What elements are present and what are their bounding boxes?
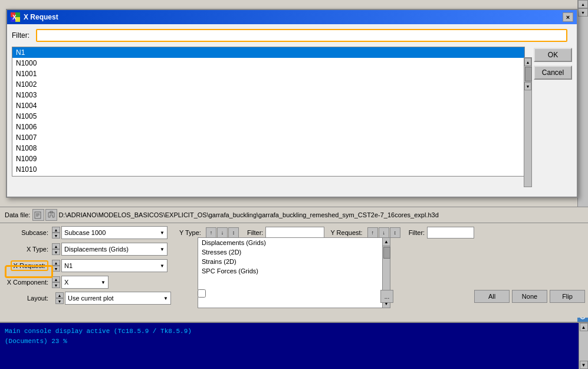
yrequest-label: Y Request: bbox=[330, 229, 362, 236]
svg-text:X: X bbox=[12, 14, 17, 21]
xcomponent-value: X bbox=[64, 279, 68, 286]
xtype-dropdown-arrow: ▼ bbox=[160, 247, 165, 252]
console-scroll-down[interactable]: ▼ bbox=[580, 361, 588, 369]
dialog-close-button[interactable]: × bbox=[563, 12, 573, 22]
all-button[interactable]: All bbox=[474, 290, 510, 303]
layout-dropdown[interactable]: Use current plot ▼ bbox=[65, 292, 171, 305]
ytype-sort-za[interactable]: ↓ bbox=[217, 227, 228, 238]
xcomponent-spin-down[interactable]: ▼ bbox=[52, 282, 60, 288]
dialog-list-scrollbar[interactable]: ▲ ▼ bbox=[524, 57, 532, 187]
yrequest-sort-za[interactable]: ↓ bbox=[379, 227, 389, 238]
xtype-spinner[interactable]: ▲ ▼ bbox=[52, 243, 60, 255]
console-scroll-up[interactable]: ▲ bbox=[580, 323, 588, 331]
xrequest-spin-up[interactable]: ▲ bbox=[52, 260, 60, 266]
console-scrollbar[interactable]: ▲ ▼ bbox=[579, 323, 588, 369]
dialog-list-item-11[interactable]: N1010 bbox=[12, 164, 524, 175]
y-list-item-0[interactable]: Displacements (Grids) bbox=[198, 238, 383, 247]
xrequest-value: N1 bbox=[64, 262, 73, 269]
xtype-value: Displacements (Grids) bbox=[64, 246, 129, 253]
console-line1: Main console display active (Tc18.5.9 / … bbox=[5, 326, 583, 337]
ytype-label: Y Type: bbox=[179, 229, 201, 236]
yrequest-filter-input[interactable] bbox=[427, 227, 474, 239]
dialog-list-item-2[interactable]: N1001 bbox=[12, 68, 524, 79]
dialog-filter-row: Filter: bbox=[12, 29, 572, 42]
dialog-scroll-thumb[interactable] bbox=[525, 67, 532, 81]
checkbox-input[interactable] bbox=[198, 289, 206, 298]
layout-value: Use current plot bbox=[68, 295, 114, 302]
data-file-label: Data file: bbox=[5, 211, 30, 218]
dialog-title-left: X X Request bbox=[11, 12, 58, 22]
xrequest-dropdown[interactable]: N1 ▼ bbox=[61, 259, 167, 272]
xrequest-spin-down[interactable]: ▼ bbox=[52, 266, 60, 272]
yrequest-toolbar: ↑ ↓ ↕ bbox=[367, 227, 400, 238]
xrequest-label-text: X Request: bbox=[11, 260, 48, 271]
xcomponent-label: X Component: bbox=[5, 279, 52, 286]
xcomponent-spinner[interactable]: ▲ ▼ bbox=[52, 276, 60, 288]
ok-button[interactable]: OK bbox=[534, 48, 572, 62]
dialog-list-item-9[interactable]: N1008 bbox=[12, 143, 524, 154]
subcase-label: Subcase: bbox=[5, 229, 52, 236]
ytype-filter-input[interactable] bbox=[265, 227, 324, 239]
console-area: Main console display active (Tc18.5.9 / … bbox=[0, 322, 588, 369]
x-request-dialog: X X Request × Filter: N1 N1000 N1001 N10… bbox=[6, 9, 578, 198]
dialog-list-item-3[interactable]: N1002 bbox=[12, 79, 524, 90]
dialog-scroll-down[interactable]: ▼ bbox=[524, 82, 531, 90]
xcomponent-dropdown-arrow: ▼ bbox=[101, 280, 106, 285]
dialog-list[interactable]: N1 N1000 N1001 N1002 N1003 N1004 N1005 N… bbox=[12, 47, 525, 177]
subcase-spin-up[interactable]: ▲ bbox=[52, 227, 60, 233]
layout-spinner[interactable]: ▲ ▼ bbox=[55, 292, 64, 304]
console-line2: (Documents) 23 % bbox=[5, 337, 583, 347]
dialog-list-item-4[interactable]: N1003 bbox=[12, 90, 524, 100]
xtype-spin-down[interactable]: ▼ bbox=[52, 249, 60, 255]
dialog-filter-label: Filter: bbox=[12, 31, 32, 40]
xrequest-spinner[interactable]: ▲ ▼ bbox=[52, 260, 60, 272]
dialog-filter-input[interactable] bbox=[36, 29, 567, 42]
dialog-list-item-0[interactable]: N1 bbox=[12, 47, 524, 58]
dialog-app-icon: X bbox=[11, 12, 20, 22]
dialog-list-item-5[interactable]: N1004 bbox=[12, 100, 524, 111]
dots-button[interactable]: ... bbox=[380, 290, 393, 303]
none-button[interactable]: None bbox=[512, 290, 547, 303]
y-list-item-1[interactable]: Stresses (2D) bbox=[198, 247, 383, 257]
yrequest-sort-both[interactable]: ↕ bbox=[390, 227, 400, 238]
xrequest-label: X Request: bbox=[5, 262, 52, 269]
dialog-list-item-6[interactable]: N1005 bbox=[12, 111, 524, 122]
yrequest-filter-label: Filter: bbox=[409, 229, 425, 236]
y-scroll-thumb[interactable] bbox=[383, 247, 390, 259]
subcase-dropdown[interactable]: Subcase 1000 ▼ bbox=[61, 226, 167, 239]
subcase-spinner[interactable]: ▲ ▼ bbox=[52, 227, 60, 239]
y-list-item-3[interactable]: SPC Forces (Grids) bbox=[198, 266, 383, 276]
xcomponent-dropdown[interactable]: X ▼ bbox=[61, 276, 109, 289]
dialog-scroll-up[interactable]: ▲ bbox=[524, 58, 531, 66]
data-file-path: D:\ADRIANO\MODELOS_BASICOS\EXPLICIT_OS\g… bbox=[58, 211, 583, 218]
layout-spin-down[interactable]: ▼ bbox=[55, 298, 64, 304]
checkbox-area bbox=[198, 289, 206, 298]
dialog-list-item-7[interactable]: N1006 bbox=[12, 122, 524, 132]
flip-button[interactable]: Flip bbox=[550, 290, 585, 303]
dialog-title-text: X Request bbox=[24, 13, 58, 21]
layout-spin-up[interactable]: ▲ bbox=[55, 292, 64, 298]
ytype-sort-az[interactable]: ↑ bbox=[206, 227, 216, 238]
subcase-spin-down[interactable]: ▼ bbox=[52, 233, 60, 239]
action-buttons: All None Flip bbox=[474, 290, 585, 303]
dialog-titlebar: X X Request × bbox=[7, 10, 577, 24]
y-list-item-2[interactable]: Strains (2D) bbox=[198, 257, 383, 266]
y-scroll-up[interactable]: ▲ bbox=[383, 238, 390, 246]
layout-label: Layout: bbox=[5, 295, 52, 302]
ytype-sort-both[interactable]: ↕ bbox=[228, 227, 239, 238]
xtype-dropdown[interactable]: Displacements (Grids) ▼ bbox=[61, 243, 167, 256]
dialog-body: Filter: N1 N1000 N1001 N1002 N1003 N1004… bbox=[7, 24, 577, 197]
yrequest-sort-az[interactable]: ↑ bbox=[367, 227, 378, 238]
xcomponent-spin-up[interactable]: ▲ bbox=[52, 276, 60, 282]
data-file-icon-btn1[interactable] bbox=[32, 209, 44, 221]
subcase-value: Subcase 1000 bbox=[64, 229, 106, 236]
cancel-button[interactable]: Cancel bbox=[534, 66, 572, 80]
dialog-action-buttons: OK Cancel bbox=[534, 48, 572, 80]
dialog-overlay: X X Request × Filter: N1 N1000 N1001 N10… bbox=[0, 0, 588, 204]
xtype-spin-up[interactable]: ▲ bbox=[52, 243, 60, 249]
dialog-list-item-10[interactable]: N1009 bbox=[12, 154, 524, 164]
dialog-list-item-8[interactable]: N1007 bbox=[12, 132, 524, 143]
data-file-icon-btn2[interactable] bbox=[45, 209, 57, 221]
layout-dropdown-arrow: ▼ bbox=[163, 296, 168, 301]
dialog-list-item-1[interactable]: N1000 bbox=[12, 58, 524, 68]
